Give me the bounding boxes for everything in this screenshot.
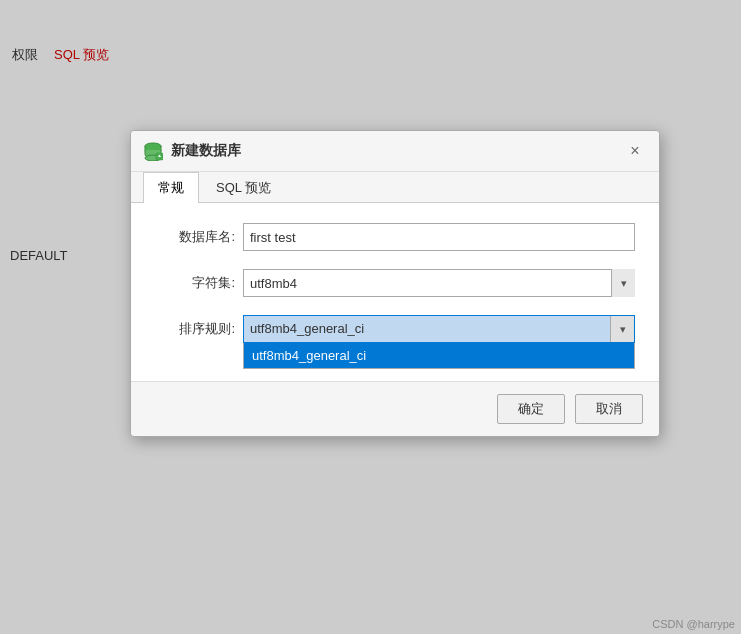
dialog-title-left: 新建数据库 — [143, 141, 241, 161]
dialog-tabs: 常规 SQL 预览 — [131, 172, 659, 203]
database-icon — [143, 141, 163, 161]
db-name-label: 数据库名: — [155, 228, 235, 246]
collation-selected-text[interactable]: utf8mb4_general_ci — [244, 316, 610, 342]
collation-dropdown-wrapper: utf8mb4_general_ci ▾ utf8mb4_general_ci — [243, 315, 635, 343]
collation-option-general-ci[interactable]: utf8mb4_general_ci — [244, 343, 634, 368]
tab-general[interactable]: 常规 — [143, 172, 199, 203]
dialog-footer: 确定 取消 — [131, 381, 659, 436]
charset-select-wrapper: utf8mb4 ▾ — [243, 269, 635, 297]
collation-dropdown-list: utf8mb4_general_ci — [243, 343, 635, 369]
collation-row: 排序规则: utf8mb4_general_ci ▾ utf8mb4_gener… — [155, 315, 635, 343]
dialog-titlebar: 新建数据库 × — [131, 131, 659, 172]
charset-label: 字符集: — [155, 274, 235, 292]
db-name-row: 数据库名: — [155, 223, 635, 251]
dialog-content: 数据库名: 字符集: utf8mb4 ▾ 排序规则: utf8mb4_gener… — [131, 203, 659, 381]
dialog-close-button[interactable]: × — [623, 139, 647, 163]
collation-label: 排序规则: — [155, 320, 235, 338]
dialog-title-text: 新建数据库 — [171, 142, 241, 160]
tab-sql-preview[interactable]: SQL 预览 — [201, 172, 286, 203]
charset-select[interactable]: utf8mb4 — [243, 269, 635, 297]
db-name-input[interactable] — [243, 223, 635, 251]
watermark: CSDN @harrype — [652, 618, 735, 630]
new-database-dialog: 新建数据库 × 常规 SQL 预览 数据库名: 字符集: utf8mb4 ▾ 排… — [130, 130, 660, 437]
collation-dropdown-btn[interactable]: ▾ — [610, 316, 634, 342]
collation-input-row: utf8mb4_general_ci ▾ — [243, 315, 635, 343]
charset-row: 字符集: utf8mb4 ▾ — [155, 269, 635, 297]
confirm-button[interactable]: 确定 — [497, 394, 565, 424]
cancel-button[interactable]: 取消 — [575, 394, 643, 424]
